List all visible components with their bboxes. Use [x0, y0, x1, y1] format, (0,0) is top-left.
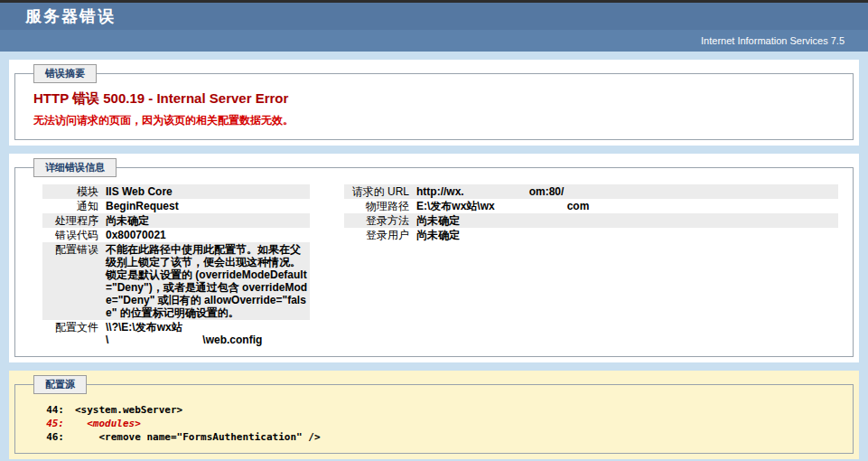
detail-label: 登录用户	[344, 229, 416, 241]
detail-value: 不能在此路径中使用此配置节。如果在父级别上锁定了该节，便会出现这种情况。锁定是默…	[106, 243, 310, 319]
detail-row-error-code: 错误代码 0x80070021	[42, 228, 310, 242]
product-name: Internet Information Services 7.5	[701, 35, 845, 46]
detail-label: 通知	[42, 200, 106, 212]
detail-value: E:\发布wx站\wxcom	[416, 200, 838, 212]
code-line-44: 44: <system.webServer>	[32, 403, 840, 417]
error-summary-section: 错误摘要 HTTP 错误 500.19 - Internal Server Er…	[9, 60, 859, 146]
code-text: <system.webServer>	[75, 403, 182, 417]
detail-label: 配置文件	[42, 321, 106, 346]
detail-label: 配置错误	[42, 243, 106, 319]
config-source-legend: 配置源	[33, 375, 87, 394]
config-source-code: 44: <system.webServer> 45: <modules> 46:…	[32, 403, 840, 444]
detailed-info-section: 详细错误信息 模块 IIS Web Core 通知 BeginRequest 处…	[9, 154, 859, 362]
config-source-section: 配置源 44: <system.webServer> 45: <modules>…	[9, 371, 859, 459]
error-description: 无法访问请求的页面，因为该页的相关配置数据无效。	[33, 113, 840, 128]
code-text: <modules>	[75, 417, 141, 430]
header-band: 服务器错误	[0, 3, 868, 30]
code-line-45-highlighted: 45: <modules>	[32, 417, 840, 430]
detail-label: 错误代码	[42, 229, 106, 241]
code-text: <remove name="FormsAuthentication" />	[75, 430, 321, 444]
detail-row-module: 模块 IIS Web Core	[42, 184, 310, 199]
detail-value: IIS Web Core	[106, 185, 310, 198]
code-line-46: 46: <remove name="FormsAuthentication" /…	[32, 430, 840, 444]
detail-row-requested-url: 请求的 URL http://wx.om:80/	[344, 184, 838, 199]
detailed-info-fieldset: 详细错误信息 模块 IIS Web Core 通知 BeginRequest 处…	[14, 158, 854, 357]
line-number: 45:	[32, 417, 64, 430]
page-title: 服务器错误	[25, 5, 116, 27]
error-summary-fieldset: 错误摘要 HTTP 错误 500.19 - Internal Server Er…	[14, 64, 854, 140]
content-area: 错误摘要 HTTP 错误 500.19 - Internal Server Er…	[0, 52, 868, 461]
error-summary-legend: 错误摘要	[33, 64, 97, 83]
config-source-fieldset: 配置源 44: <system.webServer> 45: <modules>…	[14, 375, 854, 454]
detail-row-logon-method: 登录方法 尚未确定	[344, 213, 838, 228]
detail-label: 请求的 URL	[344, 185, 416, 198]
detail-row-config-error: 配置错误 不能在此路径中使用此配置节。如果在父级别上锁定了该节，便会出现这种情况…	[42, 242, 310, 320]
detail-value: 0x80070021	[106, 229, 310, 241]
detail-value: 尚未确定	[106, 214, 310, 227]
detail-value: BeginRequest	[106, 200, 310, 212]
detail-row-notification: 通知 BeginRequest	[42, 199, 310, 213]
detailed-info-legend: 详细错误信息	[33, 158, 117, 177]
censored-text	[108, 334, 202, 343]
detail-table-left: 模块 IIS Web Core 通知 BeginRequest 处理程序 尚未确…	[42, 184, 310, 347]
line-number: 44:	[32, 403, 64, 417]
error-title: HTTP 错误 500.19 - Internal Server Error	[33, 90, 840, 108]
detail-row-logon-user: 登录用户 尚未确定	[344, 228, 838, 242]
iis-error-page: 服务器错误 Internet Information Services 7.5 …	[0, 0, 868, 461]
detail-value: 尚未确定	[416, 229, 838, 241]
detail-label: 处理程序	[42, 214, 106, 227]
line-number: 46:	[32, 430, 64, 444]
detail-row-handler: 处理程序 尚未确定	[42, 213, 310, 228]
detail-label: 登录方法	[344, 214, 416, 227]
detail-label: 物理路径	[344, 200, 416, 212]
censored-text	[495, 201, 567, 210]
censored-text	[464, 186, 529, 195]
detail-tables: 模块 IIS Web Core 通知 BeginRequest 处理程序 尚未确…	[42, 184, 840, 347]
detail-value: http://wx.om:80/	[416, 185, 838, 198]
detail-row-physical-path: 物理路径 E:\发布wx站\wxcom	[344, 199, 838, 213]
detail-row-config-file: 配置文件 \\?\E:\发布wx站\\web.config	[42, 320, 310, 347]
detail-value: \\?\E:\发布wx站\\web.config	[106, 321, 310, 346]
detail-label: 模块	[42, 185, 106, 198]
detail-table-right: 请求的 URL http://wx.om:80/ 物理路径 E:\发布wx站\w…	[344, 184, 838, 347]
header-subband: Internet Information Services 7.5	[0, 30, 868, 52]
detail-value: 尚未确定	[416, 214, 838, 227]
